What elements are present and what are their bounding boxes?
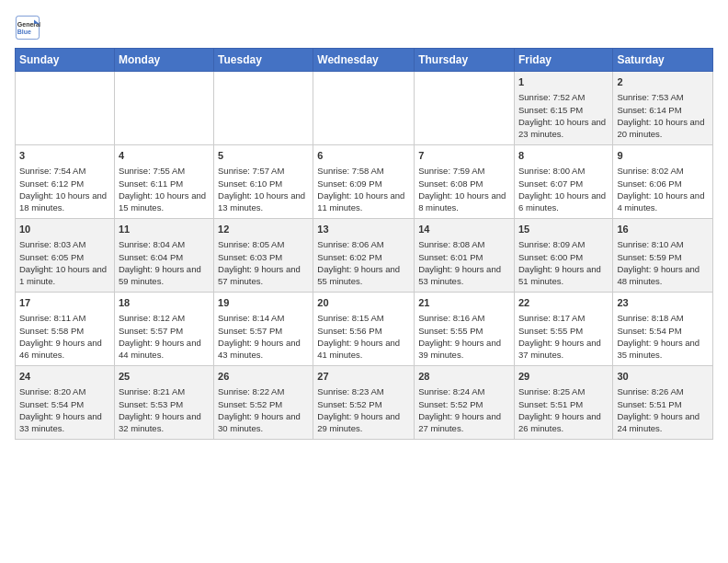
cell-info: Daylight: 9 hours and 27 minutes. (418, 410, 510, 435)
calendar-cell: 22Sunrise: 8:17 AMSunset: 5:55 PMDayligh… (514, 293, 612, 366)
cell-info: Daylight: 10 hours and 23 minutes. (518, 116, 609, 141)
cell-info: Sunset: 5:55 PM (518, 325, 609, 337)
cell-info: Daylight: 9 hours and 44 minutes. (119, 337, 210, 362)
day-number: 22 (518, 296, 609, 310)
day-number: 21 (418, 296, 510, 310)
svg-text:Blue: Blue (17, 29, 31, 35)
cell-info: Sunrise: 8:06 AM (317, 238, 410, 250)
cell-info: Sunrise: 8:03 AM (19, 238, 110, 250)
cell-info: Sunset: 6:08 PM (418, 178, 510, 190)
calendar-cell: 19Sunrise: 8:14 AMSunset: 5:57 PMDayligh… (214, 293, 313, 366)
calendar-cell (16, 72, 115, 145)
cell-info: Sunset: 6:07 PM (518, 178, 609, 190)
cell-info: Daylight: 9 hours and 48 minutes. (617, 263, 709, 288)
cell-info: Daylight: 10 hours and 8 minutes. (418, 190, 510, 214)
cell-info: Sunrise: 8:25 AM (518, 385, 609, 397)
calendar-cell (415, 72, 515, 145)
day-number: 17 (19, 296, 110, 310)
cell-info: Daylight: 10 hours and 11 minutes. (317, 190, 410, 214)
day-header-sunday: Sunday (16, 49, 115, 72)
day-number: 28 (418, 370, 510, 384)
cell-info: Sunrise: 7:54 AM (19, 165, 110, 177)
cell-info: Daylight: 9 hours and 55 minutes. (317, 263, 410, 288)
cell-info: Sunset: 5:52 PM (317, 398, 410, 410)
cell-info: Sunrise: 8:23 AM (317, 385, 410, 397)
cell-info: Sunset: 5:54 PM (19, 398, 110, 410)
calendar-cell: 15Sunrise: 8:09 AMSunset: 6:00 PMDayligh… (514, 219, 612, 293)
calendar-cell: 14Sunrise: 8:08 AMSunset: 6:01 PMDayligh… (415, 219, 515, 293)
calendar-cell: 18Sunrise: 8:12 AMSunset: 5:57 PMDayligh… (114, 293, 213, 366)
day-number: 30 (617, 370, 709, 384)
calendar-cell: 3Sunrise: 7:54 AMSunset: 6:12 PMDaylight… (16, 145, 115, 219)
cell-info: Sunrise: 7:52 AM (518, 91, 609, 103)
logo-icon: General Blue (15, 15, 40, 40)
cell-info: Sunset: 6:14 PM (617, 104, 709, 116)
day-number: 2 (617, 75, 709, 89)
cell-info: Sunset: 5:56 PM (317, 325, 410, 337)
cell-info: Sunset: 6:12 PM (19, 178, 110, 190)
day-number: 18 (119, 296, 210, 310)
cell-info: Sunset: 6:01 PM (418, 251, 510, 263)
calendar-cell: 26Sunrise: 8:22 AMSunset: 5:52 PMDayligh… (214, 366, 313, 440)
cell-info: Sunrise: 8:26 AM (617, 385, 709, 397)
day-number: 5 (218, 149, 309, 163)
calendar-cell: 25Sunrise: 8:21 AMSunset: 5:53 PMDayligh… (114, 366, 213, 440)
calendar-cell: 17Sunrise: 8:11 AMSunset: 5:58 PMDayligh… (16, 293, 115, 366)
day-number: 6 (317, 149, 410, 163)
day-header-friday: Friday (514, 49, 612, 72)
cell-info: Sunset: 5:54 PM (617, 325, 709, 337)
day-number: 13 (317, 223, 410, 236)
cell-info: Sunrise: 8:10 AM (617, 238, 709, 250)
cell-info: Sunrise: 8:15 AM (317, 312, 410, 324)
cell-info: Daylight: 9 hours and 26 minutes. (518, 410, 609, 435)
cell-info: Sunrise: 7:55 AM (119, 165, 210, 177)
calendar-cell: 8Sunrise: 8:00 AMSunset: 6:07 PMDaylight… (514, 145, 612, 219)
calendar-cell (313, 72, 415, 145)
calendar-cell: 21Sunrise: 8:16 AMSunset: 5:55 PMDayligh… (415, 293, 515, 366)
cell-info: Sunrise: 8:18 AM (617, 312, 709, 324)
cell-info: Daylight: 9 hours and 29 minutes. (317, 410, 410, 435)
cell-info: Sunset: 6:00 PM (518, 251, 609, 263)
calendar-cell: 1Sunrise: 7:52 AMSunset: 6:15 PMDaylight… (514, 72, 612, 145)
cell-info: Daylight: 9 hours and 57 minutes. (218, 263, 309, 288)
cell-info: Sunrise: 8:22 AM (218, 385, 309, 397)
cell-info: Sunset: 5:52 PM (218, 398, 309, 410)
cell-info: Sunset: 6:06 PM (617, 178, 709, 190)
cell-info: Sunrise: 8:02 AM (617, 165, 709, 177)
cell-info: Sunrise: 8:00 AM (518, 165, 609, 177)
cell-info: Sunrise: 8:04 AM (119, 238, 210, 250)
cell-info: Sunset: 6:15 PM (518, 104, 609, 116)
day-number: 9 (617, 149, 709, 163)
cell-info: Sunrise: 7:58 AM (317, 165, 410, 177)
cell-info: Daylight: 9 hours and 59 minutes. (119, 263, 210, 288)
svg-rect-0 (16, 16, 39, 39)
cell-info: Sunset: 5:58 PM (19, 325, 110, 337)
calendar-table: SundayMondayTuesdayWednesdayThursdayFrid… (15, 48, 713, 440)
cell-info: Daylight: 9 hours and 30 minutes. (218, 410, 309, 435)
calendar-cell: 9Sunrise: 8:02 AMSunset: 6:06 PMDaylight… (613, 145, 713, 219)
cell-info: Daylight: 9 hours and 35 minutes. (617, 337, 709, 362)
cell-info: Sunrise: 8:16 AM (418, 312, 510, 324)
cell-info: Daylight: 9 hours and 39 minutes. (418, 337, 510, 362)
cell-info: Sunrise: 8:21 AM (119, 385, 210, 397)
day-number: 19 (218, 296, 309, 310)
cell-info: Sunset: 5:57 PM (218, 325, 309, 337)
cell-info: Sunrise: 8:20 AM (19, 385, 110, 397)
day-number: 25 (119, 370, 210, 384)
calendar-cell: 4Sunrise: 7:55 AMSunset: 6:11 PMDaylight… (114, 145, 213, 219)
day-header-saturday: Saturday (613, 49, 713, 72)
day-number: 10 (19, 223, 110, 236)
calendar-cell: 30Sunrise: 8:26 AMSunset: 5:51 PMDayligh… (613, 366, 713, 440)
cell-info: Daylight: 10 hours and 4 minutes. (617, 190, 709, 214)
cell-info: Sunset: 6:11 PM (119, 178, 210, 190)
day-header-tuesday: Tuesday (214, 49, 313, 72)
header: General Blue (15, 15, 713, 40)
cell-info: Sunrise: 7:53 AM (617, 91, 709, 103)
day-number: 12 (218, 223, 309, 236)
cell-info: Daylight: 10 hours and 6 minutes. (518, 190, 609, 214)
cell-info: Sunset: 6:03 PM (218, 251, 309, 263)
cell-info: Sunrise: 8:12 AM (119, 312, 210, 324)
cell-info: Daylight: 9 hours and 41 minutes. (317, 337, 410, 362)
cell-info: Daylight: 9 hours and 33 minutes. (19, 410, 110, 435)
day-number: 15 (518, 223, 609, 236)
